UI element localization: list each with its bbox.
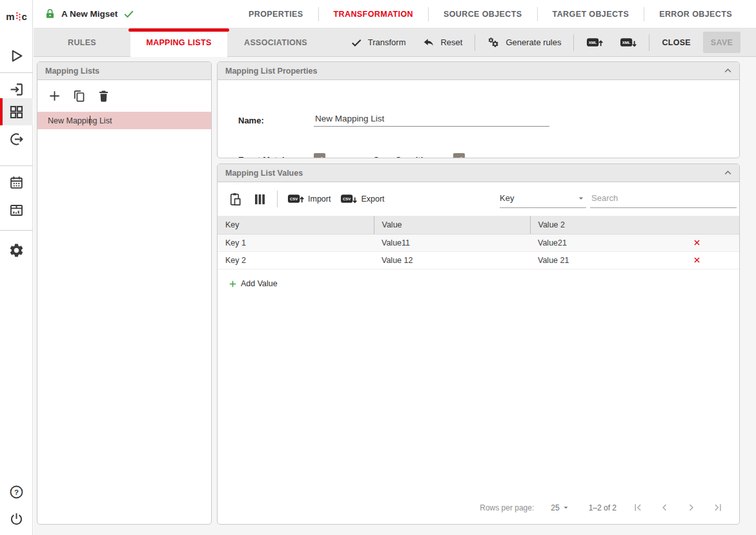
migsets-button[interactable] xyxy=(0,98,33,125)
table-row[interactable]: Key 1 Value11 Value21 xyxy=(218,234,739,251)
next-page-button[interactable] xyxy=(685,501,697,514)
dashboard-button[interactable] xyxy=(0,196,33,224)
power-icon xyxy=(8,511,25,527)
logo-dots-icon xyxy=(15,10,21,23)
tab-rules[interactable]: RULES xyxy=(34,28,130,57)
transformation-toolbar: RULES MAPPING LISTS ASSOCIATIONS Transfo… xyxy=(34,28,756,57)
column-header-value2: Value 2 xyxy=(530,216,685,234)
properties-form: Name: Exact Match: Case Sensitive: xyxy=(218,80,739,158)
lock-icon xyxy=(44,8,56,20)
app-root: m c ? xyxy=(0,0,756,535)
mapping-lists-toolbar xyxy=(37,80,211,112)
copy-icon xyxy=(72,89,87,103)
prev-page-button[interactable] xyxy=(659,501,671,514)
import-button[interactable]: CSV Import xyxy=(287,191,331,207)
export-button[interactable]: CSV Export xyxy=(340,191,384,207)
scheduler-button[interactable] xyxy=(0,169,33,196)
check-icon xyxy=(350,36,363,49)
migset-info: A New Migset xyxy=(44,8,135,20)
settings-button[interactable] xyxy=(0,236,33,264)
divider xyxy=(0,72,33,73)
delete-row-button[interactable] xyxy=(693,238,701,247)
cell-key: Key 1 xyxy=(218,234,374,251)
next-page-icon xyxy=(685,501,697,514)
collapse-properties-button[interactable] xyxy=(722,65,734,77)
nav-item-transformation[interactable]: TRANSFORMATION xyxy=(319,10,428,19)
save-button[interactable]: SAVE xyxy=(703,32,741,53)
chevron-up-icon xyxy=(722,65,734,77)
gears-icon xyxy=(487,36,500,49)
pagination: Rows per page: 25 1–2 of 2 xyxy=(480,501,724,514)
delete-mapping-list-button[interactable] xyxy=(96,89,111,103)
tab-mapping-lists[interactable]: MAPPING LISTS xyxy=(130,28,227,57)
case-sensitive-checkbox[interactable] xyxy=(453,153,465,158)
reset-button[interactable]: Reset xyxy=(414,28,471,57)
nav-item-error-objects[interactable]: ERROR OBJECTS xyxy=(644,10,747,19)
filter-column-select[interactable]: Key xyxy=(500,189,586,208)
first-page-button[interactable] xyxy=(632,501,644,514)
gear-icon xyxy=(8,242,25,258)
xml-import-button[interactable]: XML xyxy=(578,28,611,57)
divider xyxy=(573,34,574,51)
check-icon xyxy=(315,154,324,158)
svg-text:XML: XML xyxy=(622,40,631,44)
nav-item-properties[interactable]: PROPERTIES xyxy=(234,10,318,19)
copy-mapping-list-button[interactable] xyxy=(72,89,87,103)
help-button[interactable]: ? xyxy=(0,478,33,505)
generate-rules-button[interactable]: Generate rules xyxy=(479,28,569,57)
valid-check-icon xyxy=(123,8,135,20)
column-header-value: Value xyxy=(374,216,530,234)
last-page-icon xyxy=(711,501,724,514)
importer-button[interactable] xyxy=(0,125,33,152)
add-value-button[interactable]: Add Value xyxy=(228,279,278,289)
collapse-values-button[interactable] xyxy=(722,167,734,179)
left-nav-rail: m c ? xyxy=(0,0,33,535)
tab-associations[interactable]: ASSOCIATIONS xyxy=(227,28,324,57)
toolbar-actions: Transform Reset Generate rules XML XML C… xyxy=(342,28,756,57)
cell-value: Value 12 xyxy=(374,251,530,269)
xml-export-button[interactable]: XML xyxy=(611,28,645,57)
close-button[interactable]: CLOSE xyxy=(653,28,699,57)
mapping-list-item[interactable]: New Mapping List xyxy=(37,112,211,129)
dashboard-icon xyxy=(8,202,25,218)
values-table: Key Value Value 2 Key 1 Value11 Value21 xyxy=(218,216,739,269)
mapping-lists-panel-header: Mapping Lists xyxy=(37,62,211,80)
power-button[interactable] xyxy=(0,505,33,532)
delete-x-icon xyxy=(693,238,701,247)
last-page-button[interactable] xyxy=(711,501,724,514)
rows-per-page-select[interactable]: 25 xyxy=(551,503,570,512)
name-input[interactable] xyxy=(314,111,549,127)
cell-value2: Value21 xyxy=(530,234,685,251)
columns-button[interactable] xyxy=(252,192,267,207)
divider xyxy=(649,34,649,51)
app-logo[interactable]: m c xyxy=(0,6,33,26)
text-caret xyxy=(90,116,90,125)
rows-per-page-label: Rows per page: xyxy=(480,503,534,512)
svg-text:CSV: CSV xyxy=(290,197,298,201)
run-button[interactable] xyxy=(0,42,33,69)
panel-title: Mapping List Values xyxy=(225,169,303,178)
values-panel-header: Mapping List Values xyxy=(218,164,739,182)
table-row[interactable]: Key 2 Value 12 Value 21 xyxy=(218,251,739,269)
play-icon xyxy=(8,48,25,64)
svg-text:?: ? xyxy=(14,488,19,496)
caret-down-icon xyxy=(576,193,586,204)
mapping-lists-panel: Mapping Lists New Mapping List xyxy=(37,61,212,525)
divider xyxy=(0,230,33,231)
nav-item-source-objects[interactable]: SOURCE OBJECTS xyxy=(429,10,537,19)
nav-item-target-objects[interactable]: TARGET OBJECTS xyxy=(538,10,644,19)
content-area: Mapping Lists New Mapping List xyxy=(34,57,756,535)
paste-values-button[interactable] xyxy=(228,192,243,207)
page-range: 1–2 of 2 xyxy=(589,503,617,512)
exact-match-label: Exact Match: xyxy=(238,155,290,158)
delete-row-button[interactable] xyxy=(693,256,701,264)
transform-button[interactable]: Transform xyxy=(342,28,414,57)
paste-icon xyxy=(228,192,243,207)
trash-icon xyxy=(96,89,111,103)
search-input[interactable] xyxy=(590,189,737,208)
migset-name: A New Migset xyxy=(61,9,117,19)
mapping-list-values-panel: Mapping List Values CSV Import C xyxy=(217,163,740,525)
exact-match-checkbox[interactable] xyxy=(314,153,325,158)
add-mapping-list-button[interactable] xyxy=(47,89,62,103)
columns-icon xyxy=(252,192,267,207)
